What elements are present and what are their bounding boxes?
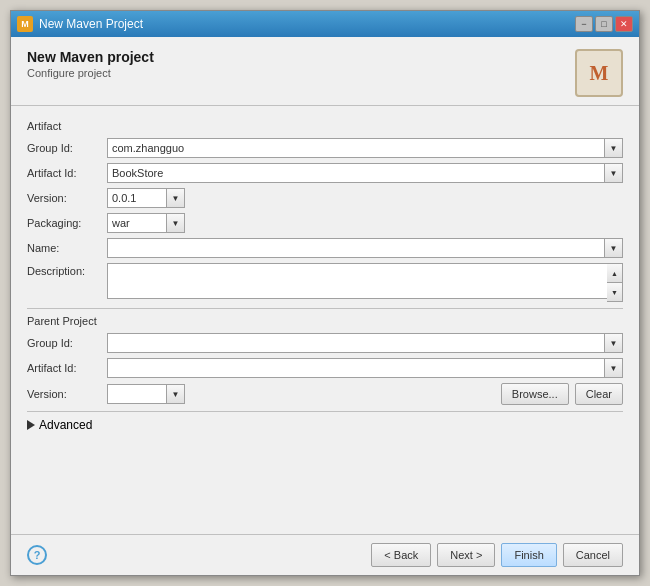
artifact-section-label: Artifact (27, 120, 623, 132)
version-dropdown-wrap: ▼ (107, 188, 187, 208)
footer-right: < Back Next > Finish Cancel (371, 543, 623, 567)
parent-artifact-id-dropdown-btn[interactable]: ▼ (605, 358, 623, 378)
version-row: Version: ▼ (27, 188, 623, 208)
footer-left: ? (27, 545, 47, 565)
parent-group-id-dropdown-btn[interactable]: ▼ (605, 333, 623, 353)
section-divider-2 (27, 411, 623, 412)
version-browse-wrap: ▼ Browse... Clear (107, 383, 623, 405)
name-input[interactable] (107, 238, 605, 258)
header-text: New Maven project Configure project (27, 49, 154, 79)
artifact-id-dropdown-wrap: ▼ (107, 163, 623, 183)
parent-group-id-label: Group Id: (27, 337, 107, 349)
group-id-dropdown-wrap: ▼ (107, 138, 623, 158)
parent-artifact-id-input[interactable] (107, 358, 605, 378)
title-controls: − □ ✕ (575, 16, 633, 32)
name-dropdown-wrap: ▼ (107, 238, 623, 258)
artifact-id-dropdown-btn[interactable]: ▼ (605, 163, 623, 183)
parent-version-dropdown-wrap: ▼ (107, 384, 187, 404)
help-button[interactable]: ? (27, 545, 47, 565)
group-id-input[interactable] (107, 138, 605, 158)
close-button[interactable]: ✕ (615, 16, 633, 32)
dialog-subtitle: Configure project (27, 67, 154, 79)
advanced-label: Advanced (39, 418, 92, 432)
advanced-row[interactable]: Advanced (27, 418, 623, 432)
packaging-dropdown-btn[interactable]: ▼ (167, 213, 185, 233)
next-button[interactable]: Next > (437, 543, 495, 567)
parent-artifact-id-dropdown-wrap: ▼ (107, 358, 623, 378)
content-area: New Maven project Configure project M Ar… (11, 37, 639, 575)
packaging-row: Packaging: ▼ (27, 213, 623, 233)
parent-version-input[interactable] (107, 384, 167, 404)
finish-button[interactable]: Finish (501, 543, 556, 567)
parent-group-id-input[interactable] (107, 333, 605, 353)
description-input[interactable] (107, 263, 623, 299)
parent-version-dropdown-btn[interactable]: ▼ (167, 384, 185, 404)
logo-letter: M (590, 62, 609, 85)
main-window: M New Maven Project − □ ✕ New Maven proj… (10, 10, 640, 576)
window-title: New Maven Project (39, 17, 143, 31)
packaging-label: Packaging: (27, 217, 107, 229)
parent-version-row: Version: ▼ Browse... Clear (27, 383, 623, 405)
dialog-title: New Maven project (27, 49, 154, 65)
name-row: Name: ▼ (27, 238, 623, 258)
parent-version-label: Version: (27, 388, 107, 400)
description-label: Description: (27, 265, 107, 277)
maven-logo: M (575, 49, 623, 97)
version-dropdown-btn[interactable]: ▼ (167, 188, 185, 208)
artifact-id-label: Artifact Id: (27, 167, 107, 179)
dialog-footer: ? < Back Next > Finish Cancel (11, 534, 639, 575)
parent-group-id-row: Group Id: ▼ (27, 333, 623, 353)
name-dropdown-btn[interactable]: ▼ (605, 238, 623, 258)
group-id-label: Group Id: (27, 142, 107, 154)
description-scrollbar: ▲ ▼ (607, 263, 623, 302)
parent-group-id-dropdown-wrap: ▼ (107, 333, 623, 353)
title-bar-left: M New Maven Project (17, 16, 143, 32)
advanced-triangle-icon (27, 420, 35, 430)
title-bar: M New Maven Project − □ ✕ (11, 11, 639, 37)
browse-button[interactable]: Browse... (501, 383, 569, 405)
header-section: New Maven project Configure project M (11, 37, 639, 106)
artifact-id-row: Artifact Id: ▼ (27, 163, 623, 183)
group-id-dropdown-btn[interactable]: ▼ (605, 138, 623, 158)
parent-artifact-id-row: Artifact Id: ▼ (27, 358, 623, 378)
scroll-up-btn[interactable]: ▲ (607, 264, 622, 283)
packaging-input[interactable] (107, 213, 167, 233)
section-divider-1 (27, 308, 623, 309)
minimize-button[interactable]: − (575, 16, 593, 32)
description-wrap: ▲ ▼ (107, 263, 623, 302)
parent-project-section-label: Parent Project (27, 315, 623, 327)
name-label: Name: (27, 242, 107, 254)
maximize-button[interactable]: □ (595, 16, 613, 32)
artifact-id-input[interactable] (107, 163, 605, 183)
description-row: Description: ▲ ▼ (27, 263, 623, 302)
main-form: Artifact Group Id: ▼ Artifact Id: ▼ Ver (11, 106, 639, 534)
parent-artifact-id-label: Artifact Id: (27, 362, 107, 374)
back-button[interactable]: < Back (371, 543, 431, 567)
group-id-row: Group Id: ▼ (27, 138, 623, 158)
version-label: Version: (27, 192, 107, 204)
window-icon: M (17, 16, 33, 32)
cancel-button[interactable]: Cancel (563, 543, 623, 567)
packaging-dropdown-wrap: ▼ (107, 213, 187, 233)
version-input[interactable] (107, 188, 167, 208)
scroll-down-btn[interactable]: ▼ (607, 283, 622, 301)
clear-button[interactable]: Clear (575, 383, 623, 405)
